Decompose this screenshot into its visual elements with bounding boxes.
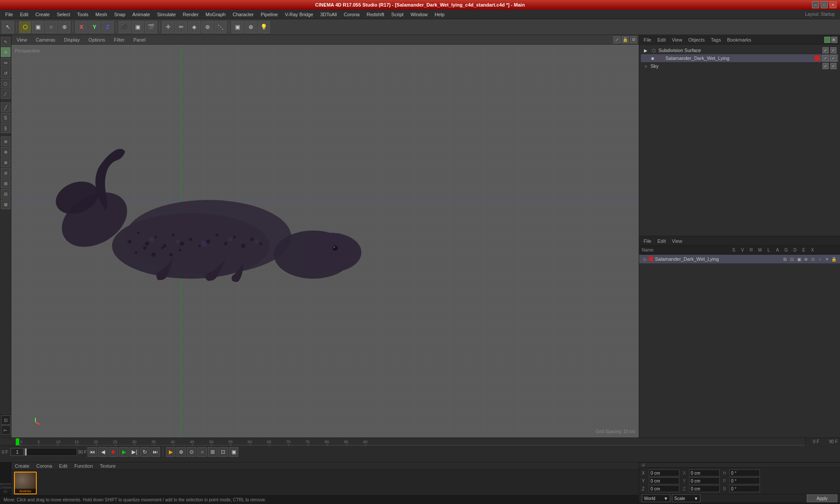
- record-btn[interactable]: ⏺: [108, 447, 118, 457]
- menu-mesh[interactable]: Mesh: [92, 11, 111, 18]
- scene-item-sky[interactable]: ○ Sky ✓ ✓: [641, 62, 838, 70]
- apply-button[interactable]: Apply: [807, 494, 837, 502]
- paint-btn[interactable]: ✏: [175, 21, 187, 33]
- play-mode-1[interactable]: ▶: [166, 447, 175, 457]
- coord-h-val[interactable]: [729, 469, 760, 476]
- scene-sky-check[interactable]: ✓: [822, 63, 829, 69]
- render-region-btn[interactable]: ⬛: [119, 21, 131, 33]
- coord-x-pos[interactable]: [649, 469, 679, 476]
- menu-file[interactable]: File: [2, 11, 17, 18]
- menu-edit[interactable]: Edit: [17, 11, 32, 18]
- world-dropdown[interactable]: World ▼: [642, 494, 670, 502]
- light-btn[interactable]: 💡: [258, 21, 270, 33]
- tool-b1[interactable]: ⊡: [1, 415, 10, 425]
- goto-end-btn[interactable]: ⏭: [150, 447, 160, 457]
- viewport-lock-btn[interactable]: 🔒: [622, 36, 629, 43]
- menu-snap[interactable]: Snap: [111, 11, 129, 18]
- scene-menu-view[interactable]: View: [670, 37, 684, 42]
- tool-scale[interactable]: ⇔: [1, 58, 10, 67]
- tool-poly[interactable]: ⬡: [1, 79, 10, 88]
- obj-icon-6[interactable]: ○: [816, 256, 823, 262]
- menu-simulate[interactable]: Simulate: [154, 11, 179, 18]
- obj-icon-1[interactable]: ⊞: [781, 256, 788, 262]
- scene-menu-objects[interactable]: Objects: [686, 37, 706, 42]
- tool-sculpt3[interactable]: ⊗: [1, 158, 10, 167]
- menu-animate[interactable]: Animate: [129, 11, 154, 18]
- object-mode-btn[interactable]: ⬡: [19, 21, 31, 33]
- tool-sculpt2[interactable]: ⊕: [1, 147, 10, 157]
- mat-tab-function[interactable]: Function: [73, 462, 94, 469]
- close-button[interactable]: ✕: [830, 1, 836, 8]
- play-mode-5[interactable]: ⊞: [208, 447, 217, 457]
- tool-spline[interactable]: S: [1, 113, 10, 122]
- polygon-mode-btn[interactable]: ▣: [32, 21, 44, 33]
- play-btn[interactable]: ▶: [119, 447, 129, 457]
- obj-menu-view[interactable]: View: [670, 238, 684, 244]
- next-frame-btn[interactable]: ▶|: [130, 447, 139, 457]
- menu-script[interactable]: Script: [388, 11, 407, 18]
- fps-input[interactable]: [10, 448, 24, 456]
- move-tool-btn[interactable]: ✛: [162, 21, 174, 33]
- tool-grid[interactable]: ⊞: [1, 178, 10, 188]
- menu-render[interactable]: Render: [179, 11, 202, 18]
- scene-item-subdivision[interactable]: ▶ ⬡ Subdivision Surface ✓ ✓: [641, 46, 838, 54]
- mat-tab-texture[interactable]: Texture: [98, 462, 117, 469]
- y-axis-btn[interactable]: Y: [88, 21, 101, 33]
- obj-icon-3[interactable]: ▣: [795, 256, 802, 262]
- play-mode-4[interactable]: ○: [197, 447, 207, 457]
- menu-window[interactable]: Window: [407, 11, 431, 18]
- tab-cameras[interactable]: Cameras: [32, 36, 59, 43]
- tool-rotate[interactable]: ↺: [1, 68, 10, 78]
- knife-btn[interactable]: ⋱: [214, 21, 227, 33]
- obj-icon-4[interactable]: ⊗: [802, 256, 809, 262]
- scene-sal-check2[interactable]: ✓: [830, 55, 836, 61]
- render-to-pic-btn[interactable]: 🎬: [145, 21, 157, 33]
- tool-morph[interactable]: ⊟: [1, 189, 10, 199]
- tool-sculpt4[interactable]: ⊘: [1, 168, 10, 178]
- tool-select[interactable]: ↖: [1, 37, 10, 46]
- scale-dropdown[interactable]: Scale ▼: [672, 494, 700, 502]
- obj-icon-7[interactable]: ✕: [823, 256, 830, 262]
- coord-y-pos[interactable]: [649, 477, 679, 484]
- viewport-expand-btn[interactable]: ⤢: [613, 36, 620, 43]
- edge-mode-btn[interactable]: ○: [45, 21, 57, 33]
- minimize-button[interactable]: ─: [812, 1, 819, 8]
- menu-redshift[interactable]: Redshift: [363, 11, 388, 18]
- menu-select[interactable]: Select: [53, 11, 74, 18]
- mat-tab-edit[interactable]: Edit: [57, 462, 69, 469]
- scene-icon-2[interactable]: ✕: [831, 37, 837, 43]
- tab-display[interactable]: Display: [60, 36, 83, 43]
- tool-sculpt1[interactable]: ⊛: [1, 136, 10, 146]
- point-mode-btn[interactable]: ⊕: [58, 21, 70, 33]
- tab-filter[interactable]: Filter: [110, 36, 128, 43]
- tool-move[interactable]: ✛: [1, 47, 10, 57]
- scene-menu-file[interactable]: File: [642, 37, 653, 42]
- menu-3dtoall[interactable]: 3DToAll: [317, 11, 340, 18]
- tab-view[interactable]: View: [13, 36, 31, 43]
- goto-start-btn[interactable]: ⏮: [88, 447, 97, 457]
- mat-tab-corona[interactable]: Corona: [35, 462, 54, 469]
- menu-help[interactable]: Help: [431, 11, 448, 18]
- scene-item-salamander[interactable]: ▣ ⬡ Salamander_Dark_Wet_Lying ✓ ✓: [641, 54, 838, 62]
- obj-item-salamander[interactable]: ▷ Salamander_Dark_Wet_Lying ⊞ ⊡ ▣ ⊗ ⊙ ○ …: [639, 255, 840, 263]
- tool-b2[interactable]: ⊢: [1, 425, 10, 435]
- scene-menu-edit[interactable]: Edit: [656, 37, 668, 42]
- x-axis-btn[interactable]: X: [75, 21, 88, 33]
- scene-sal-check[interactable]: ✓: [822, 55, 829, 61]
- obj-icon-2[interactable]: ⊡: [788, 256, 795, 262]
- menu-tools[interactable]: Tools: [74, 11, 92, 18]
- fill-btn[interactable]: ◈: [188, 21, 200, 33]
- select-btn[interactable]: ⊛: [201, 21, 214, 33]
- cam-link-btn[interactable]: ⊕: [245, 21, 257, 33]
- obj-icon-5[interactable]: ⊙: [809, 256, 816, 262]
- scene-icon-1[interactable]: [824, 37, 830, 43]
- scene-check-1[interactable]: ✓: [822, 47, 829, 53]
- menu-vray[interactable]: V-Ray Bridge: [281, 11, 317, 18]
- tool-line[interactable]: ╱: [1, 102, 10, 112]
- menu-corona[interactable]: Corona: [340, 11, 363, 18]
- scene-sky-check2[interactable]: ✓: [830, 63, 836, 69]
- loop-btn[interactable]: ↻: [140, 447, 150, 457]
- coord-z-rot[interactable]: [689, 485, 720, 492]
- play-mode-3[interactable]: ⊙: [187, 447, 196, 457]
- prev-frame-btn[interactable]: ◀: [98, 447, 108, 457]
